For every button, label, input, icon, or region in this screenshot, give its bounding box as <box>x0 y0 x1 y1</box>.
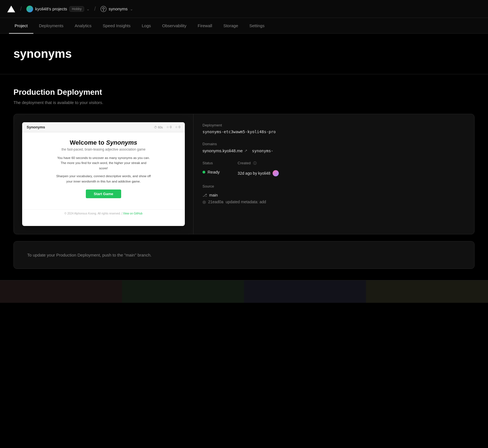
project-owner-badge[interactable]: kyoli48's projects Hobby ⌄ <box>26 6 90 12</box>
browser-bar-icons: ⏱ 60s ☆ 0 ☆ 0 <box>154 125 180 129</box>
thumbnail-3[interactable] <box>244 280 366 303</box>
game-subtitle: the fast-paced, brain-teasing adjective … <box>31 147 176 151</box>
created-value: 32d ago by kyoli48 <box>238 170 279 176</box>
push-to-deploy-card: To update your Production Deployment, pu… <box>13 241 475 269</box>
star1-icon: ☆ 0 <box>166 125 172 129</box>
hobby-badge: Hobby <box>69 6 84 12</box>
svg-point-1 <box>103 9 104 10</box>
status-created-row: Status Ready Created ⓘ 32d ago by kyoli4… <box>202 161 465 176</box>
deployment-id: synonyms-etc3wawm5-kyoli48s-pro <box>202 130 465 134</box>
topbar: / kyoli48's projects Hobby ⌄ / synonyms … <box>0 0 488 18</box>
game-description-2: Sharpen your vocabulary, connect descrip… <box>56 174 151 184</box>
browser-window: Synonyms ⏱ 60s ☆ 0 ☆ 0 Welcome to Synony… <box>22 122 185 226</box>
source-section: Source ⎇ main ◎ 21ead0a updated metadata… <box>202 184 465 204</box>
primary-domain-link[interactable]: synonyms.kyoli48.me ↗ <box>202 148 247 153</box>
game-title-plain: Welcome to <box>70 139 106 146</box>
chevron-down-icon[interactable]: ⌄ <box>86 7 90 11</box>
status-column: Status Ready <box>202 161 220 174</box>
domains-section: Domains synonyms.kyoli48.me ↗ synonyms- <box>202 142 465 153</box>
main-content: synonyms Production Deployment The deplo… <box>0 34 488 302</box>
vercel-logo[interactable] <box>7 4 16 13</box>
game-title: Welcome to Synonyms <box>31 139 176 146</box>
thumbnail-2[interactable] <box>122 280 244 303</box>
tab-settings[interactable]: Settings <box>244 18 270 34</box>
start-game-button[interactable]: Start Game <box>86 190 121 198</box>
source-label: Source <box>202 184 465 188</box>
status-dot-icon <box>202 171 205 174</box>
game-description-1: You have 60 seconds to uncover as many s… <box>56 155 151 171</box>
deployment-info-panel: Deployment synonyms-etc3wawm5-kyoli48s-p… <box>193 114 474 234</box>
tab-logs[interactable]: Logs <box>136 18 157 34</box>
browser-footer: © 2024 Alphonsus Koong. All rights reser… <box>22 209 185 218</box>
created-label: Created ⓘ <box>238 161 279 166</box>
owner-avatar <box>26 6 33 12</box>
project-logo-icon <box>100 6 107 12</box>
deployment-card: Synonyms ⏱ 60s ☆ 0 ☆ 0 Welcome to Synony… <box>13 114 475 234</box>
footer-copy: © 2024 Alphonsus Koong. All rights reser… <box>65 212 122 215</box>
commit-row: ◎ 21ead0a updated metadata: add <box>202 200 465 204</box>
browser-tab-title: Synonyms <box>27 125 45 129</box>
tab-deployments[interactable]: Deployments <box>33 18 69 34</box>
commit-icon: ◎ <box>202 200 206 204</box>
project-chevron-icon[interactable]: ⌄ <box>130 7 133 11</box>
info-icon[interactable]: ⓘ <box>253 161 257 165</box>
tab-project[interactable]: Project <box>9 18 33 34</box>
status-badge: Ready <box>202 170 220 174</box>
browser-content: Welcome to Synonyms the fast-paced, brai… <box>22 132 185 203</box>
created-column: Created ⓘ 32d ago by kyoli48 <box>238 161 279 176</box>
status-value: Ready <box>208 170 220 174</box>
branch-icon: ⎇ <box>202 193 207 197</box>
page-title: synonyms <box>13 47 475 61</box>
owner-name: kyoli48's projects <box>35 6 67 11</box>
production-title: Production Deployment <box>13 88 475 97</box>
tab-analytics[interactable]: Analytics <box>69 18 97 34</box>
status-label: Status <box>202 161 220 165</box>
push-to-deploy-text: To update your Production Deployment, pu… <box>27 253 151 257</box>
commit-message: updated metadata: add <box>226 200 266 204</box>
external-link-icon: ↗ <box>244 149 247 153</box>
user-avatar <box>273 170 279 176</box>
domains-label: Domains <box>202 142 465 146</box>
separator-2: / <box>94 6 96 12</box>
project-title-section: synonyms <box>0 34 488 74</box>
thumbnail-1[interactable] <box>0 280 122 303</box>
branch-row: ⎇ main <box>202 193 465 197</box>
production-section: Production Deployment The deployment tha… <box>0 74 488 269</box>
deployment-label: Deployment <box>202 123 465 127</box>
tab-firewall[interactable]: Firewall <box>192 18 218 34</box>
tab-navigation: Project Deployments Analytics Speed Insi… <box>0 18 488 34</box>
thumbnail-4[interactable] <box>366 280 488 303</box>
branch-name: main <box>209 193 218 197</box>
primary-domain-text: synonyms.kyoli48.me <box>202 148 243 153</box>
project-selector[interactable]: synonyms ⌄ <box>100 6 133 12</box>
timer-icon: ⏱ 60s <box>154 126 163 129</box>
browser-preview-panel: Synonyms ⏱ 60s ☆ 0 ☆ 0 Welcome to Synony… <box>14 114 193 234</box>
separator-1: / <box>20 6 22 12</box>
created-time: 32d ago by kyoli48 <box>238 171 270 175</box>
production-subtitle: The deployment that is available to your… <box>13 100 475 105</box>
github-link[interactable]: View on GitHub <box>123 212 142 215</box>
star2-icon: ☆ 0 <box>175 125 180 129</box>
project-name: synonyms <box>109 6 128 11</box>
tab-observability[interactable]: Observability <box>156 18 192 34</box>
commit-hash: 21ead0a <box>208 200 224 204</box>
deployment-id-section: Deployment synonyms-etc3wawm5-kyoli48s-p… <box>202 123 465 134</box>
game-title-italic: Synonyms <box>106 139 137 146</box>
browser-bar: Synonyms ⏱ 60s ☆ 0 ☆ 0 <box>22 122 185 132</box>
tab-storage[interactable]: Storage <box>218 18 244 34</box>
secondary-domain: synonyms- <box>252 149 273 153</box>
tab-speed-insights[interactable]: Speed Insights <box>97 18 136 34</box>
